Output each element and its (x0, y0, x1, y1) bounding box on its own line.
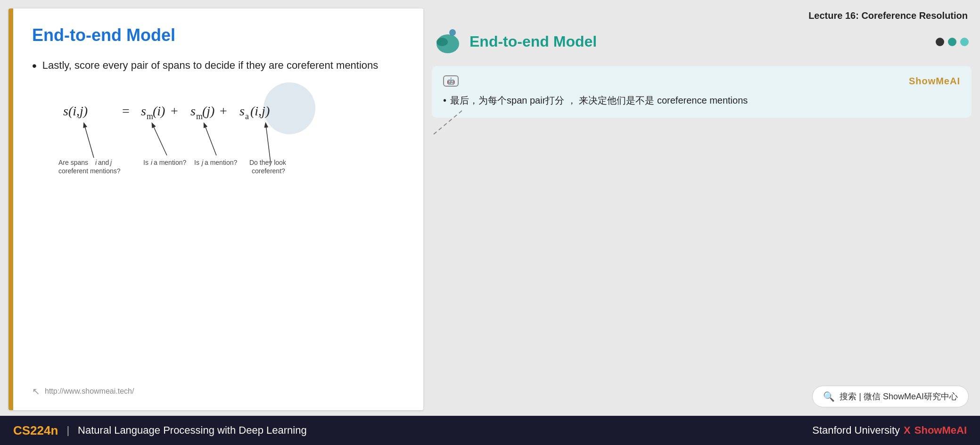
showmeai-label: ShowMeAI (909, 76, 960, 87)
x-mark: X (904, 424, 911, 437)
bottom-bar-left: CS224n | Natural Language Processing wit… (13, 423, 307, 438)
svg-text:a mention?: a mention? (154, 159, 186, 166)
annotation-header: 🤖 ShowMeAI (443, 75, 960, 87)
right-panel: Lecture 16: Coreference Resolution End-t… (432, 8, 972, 410)
svg-text:s(i,j): s(i,j) (63, 104, 88, 118)
svg-line-17 (266, 125, 271, 162)
svg-text:a mention?: a mention? (205, 159, 237, 166)
annotation-content: • 最后，为每个span pair打分 ， 来决定他们是不是 coreferen… (443, 92, 960, 108)
right-panel-title: End-to-end Model (469, 33, 597, 50)
slide-panel: End-to-end Model • Lastly, score every p… (8, 8, 423, 410)
formula-svg: s(i,j) = s m (i) + s m (j) + s a (i,j) (49, 82, 379, 195)
svg-text:(j): (j) (202, 104, 214, 118)
bullet-text: Lastly, score every pair of spans to dec… (42, 58, 379, 73)
svg-line-16 (205, 125, 216, 155)
slide-footer: ↖ http://www.showmeai.tech/ (32, 386, 404, 397)
svg-text:(i): (i) (153, 104, 165, 118)
svg-text:m: m (196, 112, 203, 121)
svg-text:s: s (239, 104, 245, 118)
course-name: Natural Language Processing with Deep Le… (78, 424, 307, 437)
formula-svg-element: s(i,j) = s m (i) + s m (j) + s a (i,j) (49, 82, 379, 195)
dot-1 (936, 38, 944, 46)
svg-text:i: i (95, 159, 97, 166)
svg-text:coreferent?: coreferent? (252, 167, 285, 175)
svg-text:(i,j): (i,j) (250, 104, 270, 118)
footer-url: http://www.showmeai.tech/ (45, 387, 134, 396)
svg-text:j: j (109, 159, 112, 166)
svg-text:Do they look: Do they look (249, 159, 287, 166)
search-box[interactable]: 🔍 搜索 | 微信 ShowMeAI研究中心 (812, 386, 969, 407)
svg-text:Are spans: Are spans (58, 159, 88, 166)
formula-section: s(i,j) = s m (i) + s m (j) + s a (i,j) (49, 82, 404, 195)
lecture-title: Lecture 16: Coreference Resolution (432, 8, 972, 23)
svg-line-15 (153, 125, 167, 155)
dot-2 (948, 38, 956, 46)
course-code: CS224n (13, 423, 58, 438)
bullet-point: • Lastly, score every pair of spans to d… (32, 58, 404, 73)
slide-body: • Lastly, score every pair of spans to d… (32, 58, 404, 386)
svg-text:coreferent mentions?: coreferent mentions? (58, 167, 121, 175)
svg-text:m: m (147, 112, 153, 121)
model-icon (435, 29, 463, 55)
search-icon: 🔍 (823, 391, 835, 402)
cursor-icon: ↖ (32, 386, 40, 397)
svg-text:Is: Is (194, 159, 199, 166)
slide-title: End-to-end Model (32, 25, 404, 45)
bullet-dot: • (32, 59, 37, 73)
svg-text:s: s (141, 104, 146, 118)
svg-point-34 (436, 38, 448, 46)
svg-text:=: = (122, 104, 130, 118)
showmeai-brand: ShowMeAI (914, 424, 967, 437)
dot-3 (960, 38, 969, 46)
svg-point-0 (264, 82, 315, 134)
bottom-bar: CS224n | Natural Language Processing wit… (0, 416, 980, 445)
svg-text:a: a (245, 112, 249, 121)
annotation-box: 🤖 ShowMeAI • 最后，为每个span pair打分 ， 来决定他们是不… (432, 66, 972, 118)
svg-text:i: i (151, 159, 153, 166)
annotation-text: 最后，为每个span pair打分 ， 来决定他们是不是 coreference… (450, 92, 748, 108)
svg-text:+: + (220, 104, 227, 118)
svg-text:j: j (201, 159, 204, 166)
ai-icon-text: 🤖 (447, 77, 455, 85)
ai-icon: 🤖 (443, 75, 459, 87)
dots-row (936, 38, 969, 46)
svg-text:and: and (98, 159, 109, 166)
search-box-text: 搜索 | 微信 ShowMeAI研究中心 (840, 391, 958, 402)
svg-text:+: + (171, 104, 178, 118)
university-name: Stanford University (812, 424, 900, 437)
svg-line-14 (84, 125, 94, 158)
divider: | (66, 424, 69, 437)
annotation-bullet: • 最后，为每个span pair打分 ， 来决定他们是不是 coreferen… (443, 92, 960, 108)
svg-text:Is: Is (143, 159, 148, 166)
bottom-bar-right: Stanford University X ShowMeAI (812, 424, 967, 437)
svg-text:s: s (190, 104, 196, 118)
annotation-bullet-dot: • (443, 92, 446, 108)
